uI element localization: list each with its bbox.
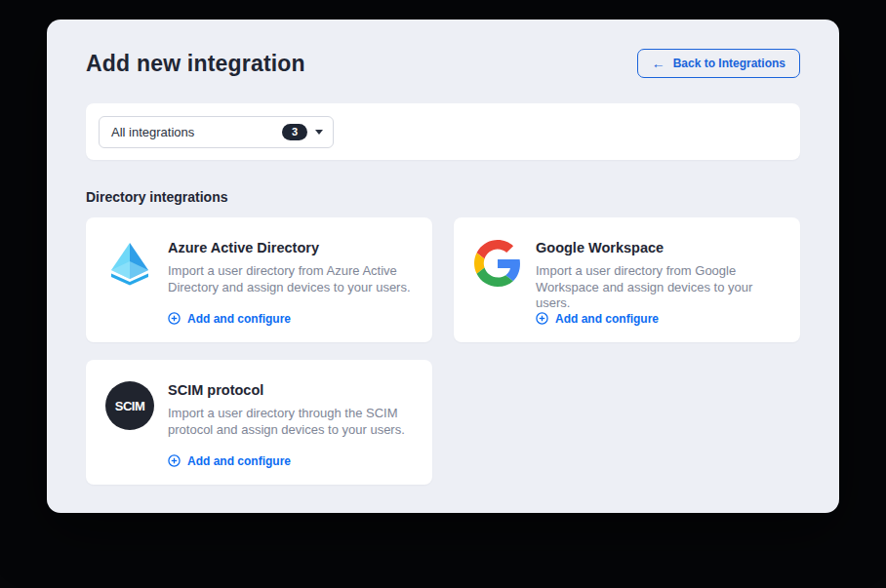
section-title-directory-integrations: Directory integrations [86,189,800,205]
add-and-configure-azure-link[interactable]: Add and configure [168,312,417,325]
filter-count-badge: 3 [282,124,307,140]
plus-circle-icon [168,312,181,325]
card-action-label: Add and configure [187,455,291,467]
back-to-integrations-button[interactable]: ← Back to Integrations [637,49,800,78]
scim-logo-icon: SCIM [105,381,154,467]
scim-logo-text: SCIM [105,381,154,430]
page-header: Add new integration ← Back to Integratio… [86,49,800,78]
card-title: Azure Active Directory [168,240,417,255]
chevron-down-icon [315,130,323,135]
plus-circle-icon [168,454,181,467]
integration-card-scim-protocol: SCIM SCIM protocol Import a user directo… [86,360,432,485]
integration-card-google-workspace: Google Workspace Import a user directory… [454,217,800,342]
card-action-label: Add and configure [187,313,291,325]
card-title: SCIM protocol [168,382,417,398]
integrations-filter-dropdown[interactable]: All integrations 3 [99,116,334,148]
integration-cards-grid: Azure Active Directory Import a user dir… [86,217,800,485]
card-description: Import a user directory from Azure Activ… [168,263,417,295]
card-description: Import a user directory through the SCIM… [168,406,417,438]
arrow-left-icon: ← [652,57,665,70]
google-g-logo-icon [473,239,522,325]
back-button-label: Back to Integrations [673,58,785,69]
card-action-label: Add and configure [555,313,659,325]
integration-card-azure-active-directory: Azure Active Directory Import a user dir… [86,217,432,342]
filter-toolbar: All integrations 3 [86,103,800,160]
plus-circle-icon [536,312,548,325]
card-description: Import a user directory from Google Work… [536,263,785,312]
page-title: Add new integration [86,51,305,77]
add-and-configure-google-link[interactable]: Add and configure [536,312,785,325]
filter-selected-label: All integrations [111,125,274,139]
add-and-configure-scim-link[interactable]: Add and configure [168,454,417,467]
add-integration-panel: Add new integration ← Back to Integratio… [47,20,839,513]
azure-active-directory-logo-icon [105,239,154,325]
card-title: Google Workspace [536,240,785,255]
